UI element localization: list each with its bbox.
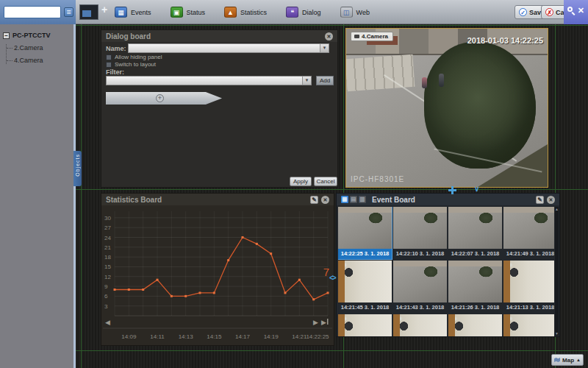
map-icon (554, 358, 560, 362)
scroll-down-icon[interactable]: ▼ (555, 331, 559, 336)
chevron-down-icon[interactable]: ▼ (320, 44, 329, 52)
svg-text:◀: ◀ (105, 319, 110, 326)
event-board-titlebar[interactable]: ▦ ▤ ▥ Event Board ✎ ✕ (337, 194, 559, 205)
event-thumbnail (338, 261, 392, 302)
allow-hiding-label: Allow hiding panel (115, 54, 162, 60)
close-icon[interactable]: ✕ (578, 6, 584, 15)
dialog-button[interactable]: ❝Dialog (282, 3, 326, 21)
edit-pencil-icon[interactable]: ✎ (310, 196, 318, 204)
objects-tab[interactable]: Objects (74, 151, 82, 186)
svg-text:14:11: 14:11 (150, 333, 165, 340)
web-button[interactable]: ◫Web (336, 3, 374, 21)
svg-text:24: 24 (104, 235, 111, 241)
svg-text:21: 21 (104, 244, 111, 251)
layout-guide-vertical (81, 24, 82, 368)
event-timestamp: 14:21:43 3. 1. 2018 (393, 302, 447, 313)
event-thumbnail (338, 314, 392, 336)
status-icon: ▣ (171, 7, 183, 18)
grid-view-icon[interactable]: ▦ (341, 196, 348, 203)
web-icon: ◫ (340, 7, 353, 18)
tree-root-server[interactable]: − PC-PTCCTV (3, 32, 74, 39)
close-icon[interactable]: ✕ (547, 196, 555, 204)
svg-text:12: 12 (104, 274, 111, 280)
chevron-down-handle-icon[interactable]: ∨ (474, 185, 479, 193)
checkbox-switch-layout[interactable] (106, 62, 112, 68)
events-button[interactable]: ▦Events (110, 3, 156, 21)
move-panel-handle-icon[interactable] (448, 186, 456, 194)
event-item[interactable]: 14:21:26 3. 1. 2018 (448, 261, 502, 313)
camera-timestamp: 2018-01-03 14:22:25 (467, 36, 543, 45)
check-icon: ✓ (519, 8, 527, 16)
list-view-icon[interactable]: ▤ (350, 196, 357, 203)
cross-icon: ✗ (545, 8, 553, 16)
chevron-down-icon[interactable]: ▼ (302, 77, 311, 85)
close-icon[interactable]: ✕ (321, 196, 329, 204)
svg-text:15: 15 (104, 263, 111, 270)
event-scrollbar[interactable]: ▲ ▼ (555, 207, 559, 336)
event-item[interactable] (338, 314, 392, 336)
camera-icon (354, 35, 359, 38)
edit-pencil-icon[interactable]: ✎ (536, 196, 544, 204)
event-item[interactable] (393, 314, 447, 336)
statistics-label: Statistics (240, 9, 267, 16)
map-button[interactable]: Map ▲ (551, 354, 584, 366)
statistics-chart: 36912151821242730◀▶▶14:0914:1114:1314:15… (103, 205, 332, 344)
event-timestamp: 14:21:45 3. 1. 2018 (338, 302, 392, 313)
sidebar-item-2-camera[interactable]: 2.Camera (7, 44, 74, 52)
checkbox-allow-hiding[interactable] (106, 54, 112, 60)
apply-button[interactable]: Apply (290, 177, 312, 186)
event-item[interactable]: 14:22:10 3. 1. 2018 (393, 207, 447, 259)
svg-text:30: 30 (104, 215, 111, 222)
svg-text:14:13: 14:13 (179, 333, 194, 340)
camera-scene-wall (345, 54, 415, 91)
scroll-up-icon[interactable]: ▲ (555, 207, 559, 211)
pedestrian (439, 74, 444, 87)
filter-label: Filter: (106, 68, 124, 76)
dialog-board-titlebar[interactable]: Dialog board ✕ (101, 30, 337, 42)
caret-up-icon: ▲ (576, 358, 581, 362)
svg-text:6: 6 (104, 293, 108, 300)
event-item[interactable] (503, 314, 554, 336)
switch-to-layout-row[interactable]: Switch to layout (106, 61, 156, 68)
layout-tab-thumbnail[interactable] (79, 4, 98, 20)
filter-combobox[interactable]: ▼ (106, 76, 312, 85)
event-timestamp: 14:21:26 3. 1. 2018 (448, 302, 502, 313)
add-filter-button[interactable]: Add (316, 76, 334, 85)
event-thumbnail (503, 207, 554, 249)
name-combobox[interactable]: ▼ (128, 43, 329, 53)
event-item[interactable] (448, 314, 502, 336)
search-input[interactable] (4, 6, 61, 18)
event-item[interactable]: 14:21:45 3. 1. 2018 (338, 261, 392, 313)
event-item[interactable]: 14:21:49 3. 1. 2018 (503, 207, 554, 259)
camera-view-panel[interactable]: 4.Camera 2018-01-03 14:22:25 IPC-HF8301E (345, 28, 548, 188)
zoom-search-icon[interactable] (567, 7, 573, 12)
sidebar-item-4-camera[interactable]: 4.Camera (7, 57, 74, 64)
event-item[interactable]: 14:21:43 3. 1. 2018 (393, 261, 447, 313)
layout-thumbnail-preview (82, 10, 91, 17)
allow-hiding-panel-row[interactable]: Allow hiding panel (106, 54, 162, 60)
camera-name-chip[interactable]: 4.Camera (351, 32, 393, 41)
statistics-button[interactable]: ▲Statistics (220, 3, 271, 21)
svg-text:14:22:25: 14:22:25 (306, 333, 329, 340)
sidebar-splitter[interactable] (74, 24, 76, 368)
status-button[interactable]: ▣Status (166, 3, 210, 21)
filter-step-banner: + (106, 92, 222, 105)
event-item[interactable]: 14:21:13 3. 1. 2018 (503, 261, 554, 313)
event-item[interactable]: 14:22:07 3. 1. 2018 (448, 207, 502, 259)
add-layout-button[interactable]: + (101, 4, 107, 15)
event-thumbnail (503, 261, 554, 302)
layout-guide-horizontal (76, 350, 588, 351)
plus-icon[interactable]: + (156, 94, 164, 102)
collapse-icon[interactable]: − (3, 32, 10, 39)
sidebar: − PC-PTCCTV 2.Camera4.Camera (0, 24, 74, 368)
statistics-titlebar[interactable]: Statistics Board ✎ ✕ (101, 194, 334, 205)
detail-view-icon[interactable]: ▥ (359, 196, 366, 203)
event-board-panel: ▦ ▤ ▥ Event Board ✎ ✕ 14:22:25 3. 1. 201… (336, 193, 560, 337)
close-icon[interactable]: ✕ (325, 32, 333, 40)
event-item[interactable]: 14:22:25 3. 1. 2018 (338, 207, 392, 259)
filter-menu-icon[interactable]: ☰ (64, 7, 74, 17)
horizontal-resize-icon[interactable]: <> (329, 274, 335, 282)
camera-name: 4.Camera (362, 33, 388, 40)
layout-guide-horizontal (76, 189, 588, 190)
dialog-cancel-button[interactable]: Cancel (314, 177, 337, 186)
